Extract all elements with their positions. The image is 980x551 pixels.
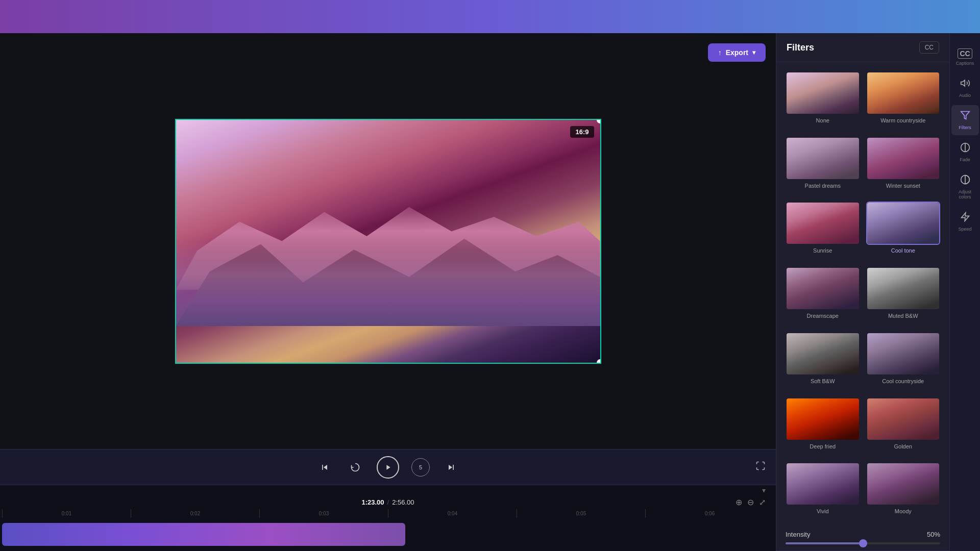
filter-label-soft-bw: Soft B&W <box>786 378 860 384</box>
video-canvas: 16:9 <box>175 119 601 364</box>
current-time: 1:23.00 <box>361 498 384 506</box>
editor-area: ↑ Export ▾ 16:9 <box>0 33 776 551</box>
filter-item-muted-bw[interactable]: Muted B&W <box>863 264 944 329</box>
filter-item-pastel-dreams[interactable]: Pastel dreams <box>782 134 863 199</box>
svg-marker-5 <box>961 213 969 221</box>
filter-label-cool-tone: Cool tone <box>866 247 941 254</box>
fullscreen-button[interactable] <box>755 461 766 473</box>
main-content: ↑ Export ▾ 16:9 <box>0 33 980 551</box>
cloud-layer <box>176 241 600 327</box>
fade-icon <box>960 142 970 155</box>
filter-item-warm-countryside[interactable]: Warm countryside <box>863 68 944 134</box>
filter-item-extra2[interactable]: Moody <box>863 459 944 524</box>
filter-thumb-inner-extra2 <box>867 463 940 505</box>
filter-item-cool-tone[interactable]: Cool tone <box>863 198 944 264</box>
filters-panel-title: Filters <box>787 42 814 53</box>
filter-label-none: None <box>786 117 860 123</box>
sidebar-item-audio[interactable]: Audio <box>951 73 979 103</box>
intensity-slider-track[interactable] <box>786 542 940 544</box>
forward-5-button[interactable]: 5 <box>411 458 430 477</box>
captions-icon: CC <box>958 48 972 59</box>
sidebar-item-filters[interactable]: Filters <box>951 105 979 135</box>
filter-item-sunrise[interactable]: Sunrise <box>782 198 863 264</box>
intensity-slider-thumb[interactable] <box>859 539 867 547</box>
fade-label: Fade <box>960 157 970 162</box>
export-icon: ↑ <box>718 48 722 57</box>
audio-label: Audio <box>959 93 971 98</box>
time-divider: / <box>387 498 389 506</box>
sidebar-item-captions[interactable]: CC Captions <box>951 43 979 71</box>
filter-label-warm-countryside: Warm countryside <box>866 117 941 123</box>
intensity-slider-fill <box>786 542 863 544</box>
filter-label-pastel-dreams: Pastel dreams <box>786 183 860 189</box>
filter-item-soft-bw[interactable]: Soft B&W <box>782 329 863 394</box>
ruler-mark-3: 0:04 <box>388 509 517 518</box>
filter-thumb-extra2 <box>866 462 941 506</box>
skip-forward-button[interactable] <box>442 458 460 477</box>
filter-label-extra1: Vivid <box>786 508 860 514</box>
filter-item-deep-fried[interactable]: Deep fried <box>782 394 863 460</box>
play-button[interactable] <box>377 456 399 479</box>
ruler-mark-5: 0:06 <box>645 509 774 518</box>
export-button[interactable]: ↑ Export ▾ <box>708 43 766 62</box>
filter-thumb-soft-bw <box>786 332 860 375</box>
ruler-mark-4: 0:05 <box>517 509 645 518</box>
filter-thumb-dreamscape <box>786 267 860 310</box>
filter-label-muted-bw: Muted B&W <box>866 313 941 319</box>
rewind-button[interactable] <box>346 458 364 477</box>
captions-button-header[interactable]: CC <box>919 41 939 54</box>
filter-label-dreamscape: Dreamscape <box>786 313 860 319</box>
adjust-colors-icon <box>960 174 970 187</box>
filter-item-extra1[interactable]: Vivid <box>782 459 863 524</box>
collapse-timeline-button[interactable]: ▾ <box>762 486 766 494</box>
filter-item-golden[interactable]: Golden <box>863 394 944 460</box>
filter-thumb-inner-warm-countryside <box>867 72 940 114</box>
intensity-section: Intensity 50% <box>776 531 949 551</box>
right-icons-panel: CC Captions Audio Filters Fade Adjust <box>949 33 980 551</box>
sidebar-item-speed[interactable]: Speed <box>951 207 979 237</box>
filter-label-extra2: Moody <box>866 508 941 514</box>
zoom-out-button[interactable]: ⊖ <box>747 497 754 507</box>
zoom-controls: ⊕ ⊖ ⤢ <box>736 497 766 507</box>
filter-thumb-pastel-dreams <box>786 137 860 180</box>
audio-icon <box>960 78 970 91</box>
skip-back-button[interactable] <box>315 458 334 477</box>
zoom-in-button[interactable]: ⊕ <box>736 497 742 507</box>
fit-to-window-button[interactable]: ⤢ <box>759 497 766 507</box>
svg-marker-0 <box>961 80 965 86</box>
filter-thumb-inner-sunrise <box>787 203 859 244</box>
filter-thumb-muted-bw <box>866 267 941 310</box>
filter-item-dreamscape[interactable]: Dreamscape <box>782 264 863 329</box>
filter-thumb-inner-cool-tone <box>867 203 940 244</box>
filter-thumb-inner-none <box>787 72 859 114</box>
filter-thumb-winter-sunset <box>866 137 941 180</box>
filter-thumb-inner-cool-countryside <box>867 333 940 374</box>
timeline-tracks <box>0 518 776 551</box>
top-bar <box>0 0 980 33</box>
sidebar-item-fade[interactable]: Fade <box>951 137 979 167</box>
video-canvas-container: ↑ Export ▾ 16:9 <box>0 33 776 449</box>
filter-item-cool-countryside[interactable]: Cool countryside <box>863 329 944 394</box>
video-track[interactable] <box>2 523 405 546</box>
captions-label: Captions <box>956 61 974 66</box>
filter-item-none[interactable]: None <box>782 68 863 134</box>
filter-label-winter-sunset: Winter sunset <box>866 183 941 189</box>
sidebar-item-adjust-colors[interactable]: Adjust colors <box>951 169 979 205</box>
intensity-label: Intensity <box>786 531 810 538</box>
filters-panel: Filters CC NoneWarm countrysidePastel dr… <box>776 33 949 551</box>
adjust-colors-label: Adjust colors <box>954 189 976 199</box>
intensity-row: Intensity 50% <box>786 531 940 538</box>
aspect-ratio-badge: 16:9 <box>570 126 594 138</box>
filters-panel-header: Filters CC <box>776 33 949 62</box>
filter-thumb-cool-countryside <box>866 332 941 375</box>
filter-thumb-inner-winter-sunset <box>867 138 940 179</box>
filters-label: Filters <box>959 125 971 130</box>
intensity-value: 50% <box>927 531 940 538</box>
export-chevron-icon: ▾ <box>752 49 755 56</box>
ruler-mark-1: 0:02 <box>131 509 259 518</box>
filter-thumb-inner-deep-fried <box>787 398 859 440</box>
filter-item-winter-sunset[interactable]: Winter sunset <box>863 134 944 199</box>
filter-thumb-none <box>786 71 860 115</box>
svg-marker-1 <box>961 112 969 119</box>
filter-label-cool-countryside: Cool countryside <box>866 378 941 384</box>
